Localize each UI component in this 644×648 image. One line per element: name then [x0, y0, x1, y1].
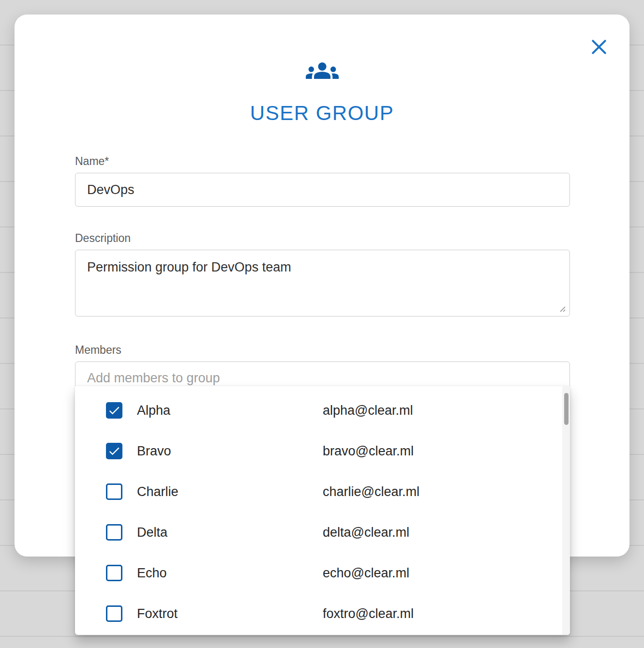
members-dropdown: Alpha alpha@clear.ml Bravo bravo@clear.m… — [75, 386, 570, 635]
dialog-title: USER GROUP — [15, 102, 629, 125]
page-backdrop: { "colors": { "title_blue": "#1a73c6", "… — [0, 0, 644, 648]
member-email: foxtro@clear.ml — [323, 606, 414, 621]
member-row[interactable]: Charlie charlie@clear.ml — [75, 471, 570, 512]
member-checkbox[interactable] — [106, 443, 122, 459]
member-checkbox[interactable] — [106, 605, 122, 622]
member-email: delta@clear.ml — [323, 525, 409, 540]
dropdown-scrollbar[interactable] — [562, 386, 570, 635]
member-email: charlie@clear.ml — [323, 484, 419, 499]
member-row[interactable]: Alpha alpha@clear.ml — [75, 390, 570, 431]
member-row[interactable]: Echo echo@clear.ml — [75, 553, 570, 593]
member-name: Echo — [137, 566, 323, 581]
user-group-dialog: USER GROUP Name* Description Permission … — [15, 15, 629, 557]
resize-handle-icon[interactable] — [557, 304, 566, 313]
member-row[interactable]: Foxtrot foxtro@clear.ml — [75, 593, 570, 634]
member-name: Foxtrot — [137, 606, 323, 621]
member-email: bravo@clear.ml — [323, 444, 414, 459]
close-button[interactable] — [590, 38, 608, 56]
member-checkbox[interactable] — [106, 565, 122, 581]
dropdown-scrollbar-thumb[interactable] — [564, 393, 569, 425]
member-name: Delta — [137, 525, 323, 540]
checkmark-icon — [107, 444, 121, 458]
members-label: Members — [75, 344, 570, 357]
members-dropdown-list: Alpha alpha@clear.ml Bravo bravo@clear.m… — [75, 390, 570, 634]
checkmark-icon — [107, 404, 121, 417]
description-textarea[interactable]: Permission group for DevOps team — [75, 250, 570, 316]
member-email: echo@clear.ml — [323, 566, 409, 581]
member-row[interactable]: Bravo bravo@clear.ml — [75, 431, 570, 471]
name-label: Name* — [75, 155, 570, 168]
member-checkbox[interactable] — [106, 483, 122, 500]
member-name: Charlie — [137, 484, 323, 499]
name-input[interactable] — [75, 173, 570, 207]
member-email: alpha@clear.ml — [323, 403, 413, 418]
member-checkbox[interactable] — [106, 402, 122, 419]
user-group-icon — [306, 55, 339, 86]
member-checkbox[interactable] — [106, 524, 122, 541]
description-label: Description — [75, 232, 570, 245]
member-name: Bravo — [137, 444, 323, 459]
member-row[interactable]: Delta delta@clear.ml — [75, 512, 570, 553]
close-icon — [590, 38, 608, 56]
form-area: Name* Description Permission group for D… — [75, 155, 570, 394]
member-name: Alpha — [137, 403, 323, 418]
